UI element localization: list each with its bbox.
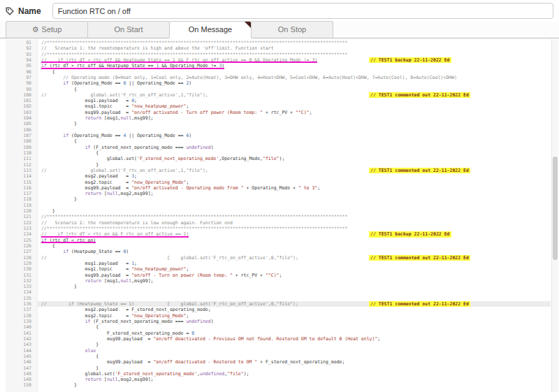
tab-on-message[interactable]: On Message	[169, 21, 252, 38]
code-line[interactable]: 118 }	[6, 196, 551, 202]
code-text: F_stored_next_operating_mode = 0	[38, 331, 194, 336]
code-line[interactable]: 113// global.set('F_rtc_on_off_active',1…	[6, 168, 551, 173]
code-line[interactable]: 98 if (Operating_Mode == 0 || Operating_…	[6, 80, 551, 86]
code-text: else	[38, 348, 96, 354]
code-line[interactable]: 143 }	[6, 342, 551, 347]
code-line[interactable]: 146 msg99.payload = "on/off deactivated …	[6, 359, 551, 365]
code-line[interactable]: 141 F_stored_next_operating_mode = 0	[6, 331, 551, 336]
yellow-highlight-annotation: // TEST1 backup 22-11-2022 Ed	[369, 231, 451, 237]
code-line[interactable]: 103 msg99.payload = "on/off activated - …	[6, 110, 551, 115]
editor-scrollbar[interactable]	[551, 39, 558, 392]
line-number: 144	[6, 348, 38, 354]
code-line[interactable]: 111 global.set('F_stored_next_operating_…	[6, 156, 551, 161]
code-line[interactable]: 101 msg1.payload = 0;	[6, 98, 551, 103]
code-text	[38, 296, 41, 301]
code-line[interactable]: 115 msg2.topic = "new_Operating_Mode";	[6, 180, 551, 185]
code-area[interactable]: 91//************************************…	[6, 40, 551, 389]
yellow-highlight-annotation: // TEST1 commented out 22-11-2022 Ed	[369, 92, 470, 98]
code-line[interactable]: 107 if (Operating_Mode == 4 || Operating…	[6, 133, 551, 138]
code-line[interactable]: 122// Scenario 2: the roomtemperature is…	[6, 220, 551, 226]
code-line[interactable]: 105 }	[6, 121, 551, 126]
line-number: 91	[6, 40, 38, 45]
code-line[interactable]: 131 msg99.payload = "on/off - Turn on po…	[6, 273, 551, 278]
code-line[interactable]: 96 {	[6, 69, 551, 75]
code-editor[interactable]: 91//************************************…	[6, 39, 558, 392]
code-line[interactable]: 132 return [msg1,null,msg99];	[6, 278, 551, 284]
code-line[interactable]: 104 return [msg1,null,msg99];	[6, 115, 551, 121]
tab-setup[interactable]: ⚙Setup	[6, 21, 88, 38]
code-line[interactable]: 136// if (Heatpump_State == 1) { global.…	[6, 301, 551, 307]
tab-bar: ⚙Setup On Start On Message On Stop	[0, 22, 559, 38]
code-line[interactable]: 150 }	[6, 382, 551, 388]
code-line[interactable]: 102 msg1.topic = "new_heatpump_power";	[6, 103, 551, 109]
line-number: 125	[6, 238, 38, 243]
code-line[interactable]: 140 {	[6, 324, 551, 330]
yellow-highlight-annotation: // TEST1 backup 22-11-2022 Ed	[369, 57, 451, 63]
code-line[interactable]: 114 msg2.payload = 3;	[6, 173, 551, 179]
code-line[interactable]: 100// global.set('F_rtc_on_off_active',1…	[6, 92, 551, 98]
code-line[interactable]: 108 {	[6, 138, 551, 144]
code-line[interactable]: 110 {	[6, 150, 551, 156]
line-number: 123	[6, 226, 38, 231]
code-line[interactable]: 127 if (Heatpump_State == 0)	[6, 249, 551, 254]
code-line[interactable]: 142 msg99.payload = "on/off deactivated …	[6, 336, 551, 342]
code-line[interactable]: 121//***********************************…	[6, 214, 551, 219]
code-line[interactable]: 123//***********************************…	[6, 226, 551, 231]
code-text: //**************************************…	[38, 226, 347, 231]
code-line[interactable]: 134	[6, 289, 551, 295]
code-line[interactable]: 116 msg99.payload = "on/off activated - …	[6, 185, 551, 191]
magenta-underline-annotation: if (rtc_dT > rtc_off && Heatpump_State =…	[41, 63, 224, 68]
scrollbar-thumb[interactable]	[553, 157, 558, 260]
code-text: msg99.payload = "on/off activated - Turn…	[38, 110, 312, 115]
code-line[interactable]: 94// if (rtc_dT > rtc_off && Heatpump_St…	[6, 57, 551, 63]
code-line[interactable]: 120 }	[6, 208, 551, 214]
code-text: // Operating mode (0=Heat only, 1=Cool o…	[38, 75, 457, 80]
code-line[interactable]: 130 msg1.topic = "new_heatpump_power";	[6, 266, 551, 272]
code-line[interactable]: 145 {	[6, 354, 551, 359]
code-line[interactable]: 149 return [null,msg2,msg99];	[6, 377, 551, 382]
name-input[interactable]	[52, 3, 553, 19]
tab-corner-marker	[245, 22, 251, 28]
code-line[interactable]: 119	[6, 203, 551, 208]
line-number: 116	[6, 185, 38, 191]
yellow-highlight-annotation: // TEST1 commented out 22-11-2022 Ed	[369, 255, 470, 261]
code-line[interactable]: 93//************************************…	[6, 52, 551, 57]
code-text: {	[38, 354, 99, 359]
code-line[interactable]: 124// if (rtc_dT < rtc_on && F_rtc_on_of…	[6, 231, 551, 237]
code-line[interactable]: 135	[6, 296, 551, 301]
code-line[interactable]: 106	[6, 127, 551, 133]
code-line[interactable]: 97 // Operating mode (0=Heat only, 1=Coo…	[6, 75, 551, 80]
code-line[interactable]: 133 }	[6, 284, 551, 289]
line-number: 142	[6, 336, 38, 342]
line-number: 93	[6, 52, 38, 57]
code-line[interactable]: 95if (rtc_dT > rtc_off && Heatpump_State…	[6, 63, 551, 68]
code-text: msg99.payload = "on/off deactivated - Pr…	[38, 336, 380, 342]
code-text: if (F_stored_next_operating_mode === und…	[38, 319, 214, 324]
tab-on-stop[interactable]: On Stop	[251, 21, 333, 38]
line-number: 148	[6, 371, 38, 377]
code-line[interactable]: 128// { global.set('F_rtc_on_off_active'…	[6, 255, 551, 261]
code-text: global.set('F_stored_next_operating_mode…	[38, 156, 284, 161]
code-line[interactable]: 147 }	[6, 365, 551, 371]
code-line[interactable]: 99 {	[6, 87, 551, 92]
code-line[interactable]: 91//************************************…	[6, 40, 551, 45]
code-line[interactable]: 138 msg2.topic = "new_Operating_Mode";	[6, 313, 551, 319]
line-number: 96	[6, 69, 38, 75]
code-text: }	[38, 342, 99, 347]
code-text: }	[38, 196, 77, 202]
code-line[interactable]: 92// Scenario 1: the roomtemperature is …	[6, 45, 551, 51]
code-line[interactable]: 125if (rtc_dT < rtc_on)	[6, 238, 551, 243]
code-line[interactable]: 144 else	[6, 348, 551, 354]
code-line[interactable]: 117 return [null,msg2,msg99];	[6, 191, 551, 196]
code-line[interactable]: 126 {	[6, 243, 551, 249]
code-text: {	[38, 150, 99, 156]
code-line[interactable]: 148 global.set('F_stored_next_operating_…	[6, 371, 551, 377]
code-line[interactable]: 109 if (F_stored_next_operating_mode ===…	[6, 145, 551, 150]
code-line[interactable]: 112 }	[6, 162, 551, 168]
code-line[interactable]: 139 if (F_stored_next_operating_mode ===…	[6, 319, 551, 324]
code-line[interactable]: 137 msg2.payload = F_stored_next_operati…	[6, 307, 551, 312]
tab-on-start[interactable]: On Start	[87, 21, 170, 38]
line-number: 130	[6, 266, 38, 272]
code-line[interactable]: 129 msg1.payload = 1;	[6, 261, 551, 266]
line-number: 98	[6, 80, 38, 86]
